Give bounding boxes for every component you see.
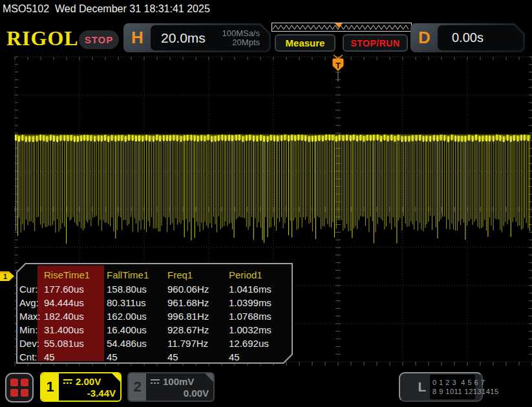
measurement-value: 961.68Hz bbox=[167, 297, 209, 308]
channel2-scale: 100mV bbox=[163, 376, 194, 387]
channel2-offset: 0.00V bbox=[151, 388, 209, 399]
measurement-value: 45 bbox=[44, 351, 55, 362]
channel2-values: 100mV 0.00V bbox=[146, 373, 213, 401]
measurement-value: 80.311us bbox=[107, 297, 146, 308]
measurement-value: 31.400us bbox=[44, 324, 84, 335]
measurement-value: 45 bbox=[167, 351, 178, 362]
measurement-value: 94.444us bbox=[44, 297, 84, 308]
logic-channels-badge[interactable]: L 0 1 2 3 4 5 6 78 9 1011 12131415 bbox=[399, 372, 483, 402]
measurement-row-label: Dev: bbox=[19, 338, 39, 349]
channel2-corner-fold-icon bbox=[205, 373, 213, 382]
measurement-row-label: Min: bbox=[19, 324, 37, 335]
measurement-panel-frame: RiseTime1FallTime1Freq1Period1Cur:177.60… bbox=[16, 263, 293, 364]
channel1-number: 1 bbox=[41, 373, 59, 401]
measurement-value: 16.400us bbox=[107, 324, 147, 335]
measurement-value: 54.486us bbox=[107, 338, 147, 349]
measurement-row-label: Cur: bbox=[19, 284, 37, 295]
channel1-corner-fold-icon bbox=[112, 373, 120, 382]
channel1-values: 2.00V -3.44V bbox=[59, 373, 120, 401]
trigger-position-icon[interactable]: T bbox=[333, 55, 344, 81]
measurement-value: 1.0032ms bbox=[229, 324, 271, 335]
channel1-offset: -3.44V bbox=[63, 388, 116, 399]
logic-label: L bbox=[414, 379, 430, 395]
measurement-value: 45 bbox=[107, 351, 118, 362]
measurement-row-label: Max: bbox=[19, 311, 41, 322]
ch1-flag-label: 1 bbox=[3, 273, 7, 280]
logic-row1: 0 1 2 3 4 5 6 7 bbox=[432, 379, 475, 386]
measurement-value: 162.00us bbox=[107, 311, 147, 322]
logic-channel-numbers: 0 1 2 3 4 5 6 78 9 1011 12131415 bbox=[430, 375, 475, 399]
measurement-header: RiseTime1 bbox=[44, 269, 90, 280]
measurement-value: 1.0416ms bbox=[229, 284, 271, 295]
svg-text:T: T bbox=[335, 61, 341, 70]
measurement-row-label: Avg: bbox=[19, 297, 39, 308]
measurement-value: 960.06Hz bbox=[167, 284, 209, 295]
measurement-header: FallTime1 bbox=[107, 269, 149, 280]
measurement-header: Period1 bbox=[229, 269, 262, 280]
dc-coupling-icon bbox=[151, 379, 160, 384]
measurement-value: 1.0399ms bbox=[229, 297, 271, 308]
oscilloscope-screen: MSO5102 Wed December 31 18:31:41 2025 RI… bbox=[0, 0, 532, 407]
measurement-value: 928.67Hz bbox=[167, 324, 209, 335]
measurement-value: 45 bbox=[229, 351, 240, 362]
measurement-value: 12.692us bbox=[229, 338, 269, 349]
channel1-scale: 2.00V bbox=[76, 376, 101, 387]
measurement-value: 55.081us bbox=[44, 338, 84, 349]
channel2-badge[interactable]: 2 100mV 0.00V bbox=[127, 372, 215, 402]
measurement-value: 182.40us bbox=[44, 311, 84, 322]
logic-row2: 8 9 1011 12131415 bbox=[432, 388, 475, 395]
measurement-value: 158.80us bbox=[107, 284, 147, 295]
measurement-header: Freq1 bbox=[167, 269, 193, 280]
measurement-value: 177.60us bbox=[44, 284, 84, 295]
channel2-number: 2 bbox=[129, 373, 146, 401]
measurement-panel: RiseTime1FallTime1Freq1Period1Cur:177.60… bbox=[17, 264, 292, 362]
measurement-value: 996.81Hz bbox=[167, 311, 209, 322]
bottom-bar: 1 2.00V -3.44V 2 100mV 0.00V L 0 1 2 3 4… bbox=[0, 371, 532, 407]
measurement-value: 11.797Hz bbox=[167, 338, 208, 349]
dc-coupling-icon bbox=[63, 379, 72, 384]
menu-grid-icon[interactable] bbox=[5, 373, 34, 402]
channel1-badge[interactable]: 1 2.00V -3.44V bbox=[40, 372, 122, 402]
measurement-row-label: Cnt: bbox=[19, 351, 37, 362]
measurement-value: 1.0768ms bbox=[229, 311, 271, 322]
